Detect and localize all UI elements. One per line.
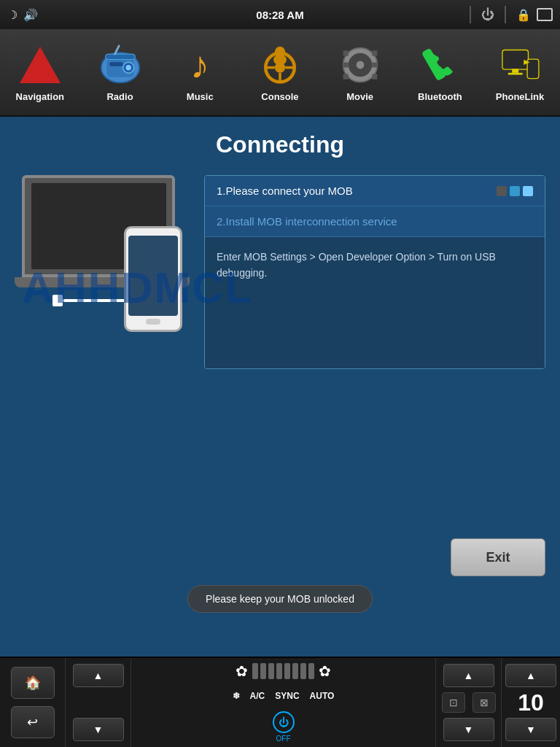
exit-label: Exit (486, 550, 510, 565)
console-icon-wrap (258, 43, 302, 87)
step-2-text: 2.Install MOB interconnection service (217, 215, 397, 228)
fan-bars (252, 663, 314, 679)
phone-button (146, 319, 160, 325)
divider2 (505, 6, 506, 23)
power-off-circle: ⏻ (273, 711, 295, 733)
svg-rect-22 (372, 62, 377, 67)
nav-item-phonelink[interactable]: PhoneLink (483, 43, 556, 102)
sync-label: SYNC (275, 691, 299, 701)
bluetooth-icon (420, 45, 459, 85)
left-up-button[interactable]: ▲ (73, 664, 124, 687)
step-1: 1.Please connect your MOB (205, 176, 545, 206)
mob-notice: Please keep your MOB unlocked (187, 585, 373, 613)
music-label: Music (187, 91, 214, 102)
nav-item-bluetooth[interactable]: Bluetooth (403, 43, 476, 102)
fan-bar-8 (308, 663, 314, 679)
dot-1 (497, 186, 507, 196)
svg-rect-28 (508, 72, 523, 74)
step-indicators (497, 186, 533, 196)
navigation-icon (20, 47, 61, 83)
divider (470, 6, 471, 23)
fan-bar-2 (260, 663, 266, 679)
mid-climate-controls: ▲ ⊡ ⊠ ▼ (436, 658, 502, 747)
power-icon: ⏻ (481, 7, 494, 23)
fan-right-icon: ✿ (319, 662, 331, 680)
svg-point-3 (125, 65, 131, 70)
svg-rect-5 (105, 54, 135, 59)
vent-icon[interactable]: ⊠ (472, 692, 496, 713)
phone-body (124, 226, 182, 332)
bottom-bar: 🏠 ↩ ▲ ▼ ✿ ✿ ❄ A/C (0, 657, 560, 747)
console-icon (260, 45, 300, 85)
phonelink-icon (500, 45, 540, 85)
step-2: 2.Install MOB interconnection service (205, 206, 545, 237)
svg-rect-20 (343, 74, 348, 79)
bluetooth-icon-wrap (418, 43, 462, 87)
phonelink-label: PhoneLink (496, 91, 544, 102)
svg-rect-27 (512, 69, 518, 72)
movie-icon-wrap (338, 43, 382, 87)
back-button[interactable]: ↩ (11, 706, 55, 738)
movie-label: Movie (346, 91, 373, 102)
ac-label: A/C (250, 691, 265, 701)
ac-icon: ❄ (233, 691, 240, 701)
fan-bar-6 (292, 663, 298, 679)
svg-rect-30 (528, 59, 538, 77)
left-climate-controls: ▲ ▼ (66, 658, 131, 747)
home-back-section: 🏠 ↩ (0, 658, 66, 747)
nav-item-movie[interactable]: Movie (324, 43, 397, 102)
nav-bar: Navigation Radio ♪ Music (0, 29, 560, 117)
lock-icon: 🔒 (516, 8, 531, 22)
fan-bar-5 (284, 663, 290, 679)
nav-item-radio[interactable]: Radio (84, 43, 157, 102)
svg-rect-26 (503, 50, 528, 69)
info-description: Enter MOB Settings > Open Developer Opti… (205, 237, 545, 368)
auto-label: AUTO (310, 691, 335, 701)
exit-button[interactable]: Exit (451, 538, 545, 576)
connecting-title: Connecting (216, 131, 344, 158)
navigation-label: Navigation (16, 91, 64, 102)
right-down-button[interactable]: ▼ (443, 718, 494, 741)
svg-rect-19 (343, 62, 348, 67)
radio-icon (100, 44, 141, 85)
radio-icon-wrap (98, 43, 142, 87)
fan-bar-4 (276, 663, 282, 679)
phonelink-icon-wrap (498, 43, 542, 87)
fan-bar-1 (252, 663, 258, 679)
ac-labels: ❄ A/C SYNC AUTO (233, 691, 335, 701)
console-label: Console (261, 91, 298, 102)
main-content: Connecting AHHDMCL 1.Please connect your… (0, 117, 560, 657)
home-button[interactable]: 🏠 (11, 667, 55, 699)
volume-icon: 🔊 (23, 8, 38, 22)
phone-screen (128, 236, 178, 316)
power-off-button[interactable]: ⏻ OFF (273, 711, 295, 743)
dot-2 (510, 186, 520, 196)
movie-icon (341, 45, 380, 85)
svg-rect-18 (343, 50, 348, 55)
mid-icons: ⊡ ⊠ (442, 692, 496, 713)
temperature-display: ▲ 10 ▼ (502, 658, 560, 747)
svg-rect-21 (372, 50, 377, 55)
power-off-label: OFF (276, 735, 291, 743)
nav-item-console[interactable]: Console (244, 43, 316, 102)
nav-item-navigation[interactable]: Navigation (4, 43, 77, 102)
fan-left-icon: ✿ (236, 662, 248, 680)
temp-down-button[interactable]: ▼ (505, 718, 556, 741)
left-down-button[interactable]: ▼ (73, 718, 124, 741)
home-icon: 🏠 (25, 675, 41, 691)
nav-item-music[interactable]: ♪ Music (163, 43, 236, 102)
status-time: 08:28 AM (256, 9, 303, 21)
moon-icon: ☽ (7, 8, 18, 22)
usb-illustration (15, 175, 204, 394)
bluetooth-label: Bluetooth (418, 91, 462, 102)
right-up-button[interactable]: ▲ (443, 664, 494, 687)
back-icon: ↩ (27, 714, 38, 730)
radio-label: Radio (106, 91, 133, 102)
step-1-text: 1.Please connect your MOB (217, 185, 353, 197)
svg-point-17 (356, 61, 364, 69)
window-icon (537, 8, 553, 21)
defrost-icon[interactable]: ⊡ (442, 692, 465, 713)
music-icon: ♪ (190, 46, 209, 84)
temp-up-button[interactable]: ▲ (505, 664, 556, 687)
temperature-value: 10 (518, 689, 544, 716)
